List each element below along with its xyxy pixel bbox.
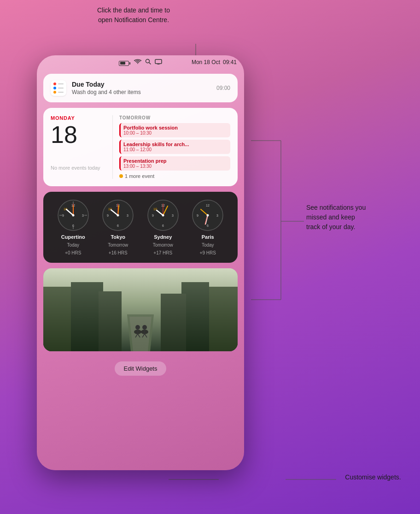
svg-text:3: 3 (127, 214, 128, 217)
clock-tokyo: 12 3 6 9 10 Tokyo Tomorrow +16 HRS (102, 199, 134, 255)
calendar-left: MONDAY 18 No more events today (51, 115, 106, 179)
photo-scene (43, 268, 238, 351)
calendar-event-3[interactable]: Presentation prep 13:00 – 13:30 (119, 156, 230, 171)
reminder-line-3 (58, 92, 64, 93)
clock-offset-paris: +9 HRS (200, 250, 216, 255)
svg-text:3: 3 (82, 214, 84, 217)
svg-point-34 (117, 214, 119, 217)
clock-day-cupertino: Today (67, 242, 79, 248)
calendar-event-2[interactable]: Leadership skills for arch... 11:00 – 12… (119, 140, 230, 154)
event-1-title: Portfolio work session (123, 125, 228, 130)
svg-line-8 (149, 63, 151, 65)
svg-text:12: 12 (206, 204, 210, 207)
clock-city-sydney: Sydney (154, 234, 172, 240)
reminder-line (58, 83, 64, 84)
calendar-right: TOMORROW Portfolio work session 10:00 – … (119, 115, 230, 179)
clock-day-paris: Today (202, 242, 214, 248)
menu-date[interactable]: Mon 18 Oct (192, 59, 220, 65)
annotation-bottom: Customise widgets. (332, 473, 414, 482)
edit-widgets-button[interactable]: Edit Widgets (115, 361, 167, 376)
screen-icon (155, 58, 162, 66)
edit-widgets-area: Edit Widgets (43, 357, 238, 380)
widgets-area: Due Today Wash dog and 4 other items 09:… (37, 69, 244, 385)
event-1-time: 10:00 – 10:30 (123, 130, 228, 136)
clock-sydney: 12 3 6 9 10 Sydney Tomorrow +17 HRS (147, 199, 179, 255)
annotation-right: See notifications youmissed and keeptrac… (306, 203, 417, 232)
dot-orange (53, 91, 56, 94)
annotation-top: Click the date and time toopen Notificat… (64, 6, 203, 25)
clock-face-sydney: 12 3 6 9 10 (147, 199, 179, 231)
calendar-events: Portfolio work session 10:00 – 10:30 Lea… (119, 123, 230, 171)
dot-blue (53, 87, 56, 89)
event-3-title: Presentation prep (123, 158, 228, 164)
clock-city-paris: Paris (202, 234, 214, 240)
svg-text:9: 9 (197, 214, 198, 217)
clock-city-tokyo: Tokyo (111, 234, 125, 240)
calendar-divider (112, 115, 113, 179)
svg-point-44 (162, 214, 164, 217)
menu-time[interactable]: 09:41 (223, 59, 237, 65)
reminders-subtitle: Wash dog and 4 other items (72, 89, 211, 95)
svg-text:3: 3 (216, 214, 218, 217)
calendar-event-1[interactable]: Portfolio work session 10:00 – 10:30 (119, 123, 230, 137)
svg-text:6: 6 (162, 224, 164, 227)
reminders-widget[interactable]: Due Today Wash dog and 4 other items 09:… (43, 74, 238, 102)
svg-text:9: 9 (152, 214, 154, 217)
svg-text:6: 6 (117, 224, 119, 227)
svg-text:6: 6 (72, 224, 74, 227)
menu-bar-datetime[interactable]: Mon 18 Oct 09:41 (192, 59, 237, 65)
svg-text:6: 6 (207, 224, 209, 227)
svg-point-71 (142, 325, 147, 330)
reminder-line-2 (58, 88, 64, 89)
svg-text:9: 9 (107, 214, 109, 217)
reminders-icon (51, 80, 66, 96)
calendar-tomorrow-label: TOMORROW (119, 115, 230, 120)
calendar-no-events: No more events today (51, 165, 106, 171)
clock-day-sydney: Tomorrow (153, 242, 173, 248)
svg-text:9: 9 (62, 214, 64, 217)
svg-point-66 (135, 325, 140, 330)
clock-day-tokyo: Tomorrow (108, 242, 128, 248)
event-2-title: Leadership skills for arch... (123, 142, 228, 147)
clock-paris: 12 3 6 9 Paris Today +9 HRS (192, 199, 224, 255)
clock-face-tokyo: 12 3 6 9 10 (102, 199, 134, 231)
clock-offset-tokyo: +16 HRS (109, 250, 128, 255)
event-2-time: 11:00 – 12:00 (123, 147, 228, 152)
menu-bar-icons (119, 58, 162, 66)
clock-offset-cupertino: +0 HRS (65, 250, 81, 255)
svg-rect-64 (43, 268, 238, 351)
more-dot (119, 174, 123, 178)
calendar-date: 18 (51, 123, 106, 147)
event-3-time: 13:00 – 13:30 (123, 164, 228, 169)
photo-widget[interactable] (43, 268, 238, 351)
calendar-day-label: MONDAY (51, 115, 106, 121)
calendar-widget[interactable]: MONDAY 18 No more events today TOMORROW … (43, 108, 238, 186)
reminders-content: Due Today Wash dog and 4 other items (72, 81, 211, 95)
search-icon (145, 58, 151, 66)
clock-offset-sydney: +17 HRS (153, 250, 172, 255)
clock-widget[interactable]: 12 3 6 9 10 Cupertino Today +0 HRS (43, 192, 238, 263)
reminders-title: Due Today (72, 81, 211, 88)
reminders-time: 09:00 (216, 85, 230, 91)
device-frame: Mon 18 Oct 09:41 Du (37, 55, 244, 470)
clock-face-cupertino: 12 3 6 9 10 (57, 199, 89, 231)
svg-text:3: 3 (172, 214, 174, 217)
clock-city-cupertino: Cupertino (61, 234, 85, 240)
more-text: 1 more event (125, 173, 154, 179)
menu-bar: Mon 18 Oct 09:41 (37, 55, 244, 69)
svg-rect-9 (155, 59, 162, 64)
clock-cupertino: 12 3 6 9 10 Cupertino Today +0 HRS (57, 199, 89, 255)
battery-icon (119, 58, 130, 66)
photo-background (43, 268, 238, 351)
dot-red (53, 83, 56, 85)
calendar-more[interactable]: 1 more event (119, 173, 230, 179)
svg-point-24 (72, 214, 74, 217)
svg-point-53 (207, 214, 209, 217)
wifi-icon (134, 58, 141, 66)
clock-face-paris: 12 3 6 9 (192, 199, 224, 231)
